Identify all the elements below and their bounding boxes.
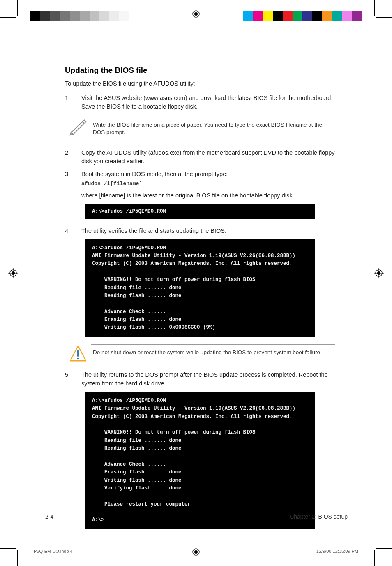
step-text: The utility verifies the file and starts… bbox=[81, 227, 335, 235]
step-text: Visit the ASUS website (www.asus.com) an… bbox=[81, 94, 335, 111]
page-number: 2-4 bbox=[45, 513, 53, 520]
step-subtext: where [filename] is the latest or the or… bbox=[81, 192, 335, 199]
page-footer: 2-4 Chapter 2: BIOS setup bbox=[45, 513, 348, 520]
step-number: 2. bbox=[65, 148, 81, 166]
step-number: 3. bbox=[65, 170, 81, 188]
crop-mark bbox=[376, 548, 392, 549]
registration-mark-icon bbox=[374, 268, 384, 278]
swatch bbox=[70, 11, 80, 21]
steps-list: 4. The utility verifies the file and sta… bbox=[65, 227, 335, 235]
step-text-line: Boot the system in DOS mode, then at the… bbox=[81, 171, 228, 177]
registration-mark-icon bbox=[191, 9, 201, 19]
print-slug: P5Q-EM DO.indb 4 12/9/08 12:35:09 PM bbox=[34, 549, 358, 554]
swatch bbox=[293, 11, 302, 21]
step-number: 1. bbox=[65, 94, 81, 111]
registration-mark-icon bbox=[8, 268, 18, 278]
swatch bbox=[80, 11, 90, 21]
footer-rule bbox=[45, 510, 348, 510]
swatch bbox=[60, 11, 70, 21]
step-text: Boot the system in DOS mode, then at the… bbox=[81, 170, 335, 188]
step-5: 5. The utility returns to the DOS prompt… bbox=[65, 371, 335, 388]
swatch bbox=[322, 11, 332, 21]
crop-mark bbox=[17, 0, 18, 16]
swatch bbox=[263, 11, 273, 21]
swatch bbox=[30, 11, 40, 21]
steps-list: 1. Visit the ASUS website (www.asus.com)… bbox=[65, 94, 335, 111]
swatch bbox=[332, 11, 342, 21]
swatch bbox=[302, 11, 312, 21]
crop-mark bbox=[0, 548, 16, 549]
swatch bbox=[342, 11, 352, 21]
step-4: 4. The utility verifies the file and sta… bbox=[65, 227, 335, 235]
color-bar bbox=[243, 11, 362, 21]
swatch bbox=[109, 11, 119, 21]
swatch bbox=[273, 11, 283, 21]
crop-mark bbox=[376, 17, 392, 18]
swatch bbox=[99, 11, 109, 21]
warning-callout: Do not shut down or reset the system whi… bbox=[65, 344, 335, 363]
content-area: Updating the BIOS file To update the BIO… bbox=[65, 66, 335, 537]
note-text: Write the BIOS filename on a piece of pa… bbox=[91, 117, 335, 142]
swatch bbox=[352, 11, 362, 21]
pencil-note-icon bbox=[65, 117, 91, 136]
intro-text: To update the BIOS file using the AFUDOS… bbox=[65, 80, 335, 88]
step-3: 3. Boot the system in DOS mode, then at … bbox=[65, 170, 335, 188]
page: Updating the BIOS file To update the BIO… bbox=[0, 0, 392, 566]
note-callout: Write the BIOS filename on a piece of pa… bbox=[65, 117, 335, 142]
command-code: afudos /i[filename] bbox=[81, 180, 335, 188]
swatch bbox=[253, 11, 263, 21]
swatch bbox=[90, 11, 99, 21]
terminal-output: A:\>afudos /iP5QEMDO.ROM AMI Firmware Up… bbox=[85, 239, 315, 337]
steps-list: 5. The utility returns to the DOS prompt… bbox=[65, 371, 335, 388]
step-number: 4. bbox=[65, 227, 81, 235]
swatch bbox=[243, 11, 253, 21]
section-heading: Updating the BIOS file bbox=[65, 66, 335, 75]
step-1: 1. Visit the ASUS website (www.asus.com)… bbox=[65, 94, 335, 111]
step-2: 2. Copy the AFUDOS utility (afudos.exe) … bbox=[65, 148, 335, 166]
warning-triangle-icon bbox=[65, 344, 91, 363]
slug-timestamp: 12/9/08 12:35:09 PM bbox=[316, 549, 358, 554]
grayscale-bar bbox=[30, 11, 129, 21]
crop-mark bbox=[17, 550, 18, 566]
terminal-output: A:\>afudos /iP5QEMDO.ROM AMI Firmware Up… bbox=[85, 392, 315, 529]
crop-mark bbox=[374, 0, 375, 16]
chapter-title: Chapter 2: BIOS setup bbox=[290, 513, 348, 520]
step-number: 5. bbox=[65, 371, 81, 388]
crop-mark bbox=[0, 17, 16, 18]
swatch bbox=[312, 11, 322, 21]
step-text: Copy the AFUDOS utility (afudos.exe) fro… bbox=[81, 148, 335, 166]
svg-point-17 bbox=[77, 357, 79, 359]
steps-list: 2. Copy the AFUDOS utility (afudos.exe) … bbox=[65, 148, 335, 188]
swatch bbox=[50, 11, 60, 21]
slug-filename: P5Q-EM DO.indb 4 bbox=[34, 549, 73, 554]
step-text: The utility returns to the DOS prompt af… bbox=[81, 371, 335, 388]
swatch bbox=[283, 11, 293, 21]
crop-mark bbox=[374, 550, 375, 566]
terminal-output: A:\>afudos /iP5QEMDO.ROM bbox=[85, 204, 315, 219]
swatch bbox=[119, 11, 129, 21]
warning-text: Do not shut down or reset the system whi… bbox=[91, 344, 335, 361]
swatch bbox=[40, 11, 50, 21]
